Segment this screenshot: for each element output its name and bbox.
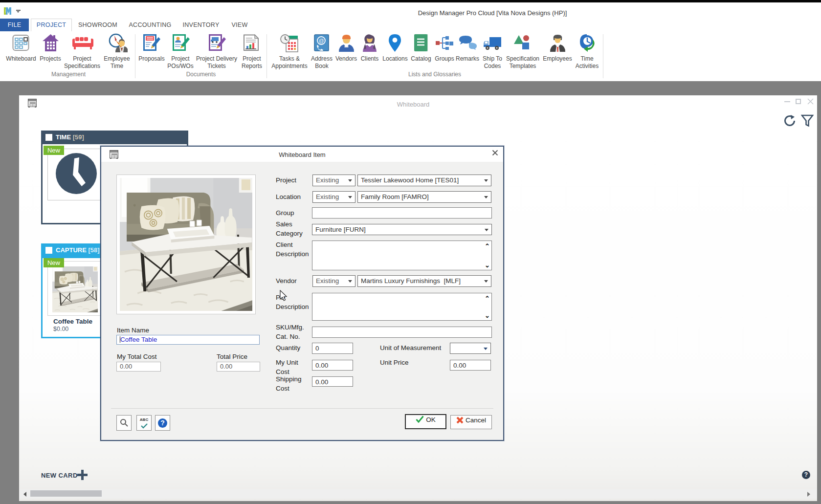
svg-text:@: @ bbox=[318, 38, 324, 44]
